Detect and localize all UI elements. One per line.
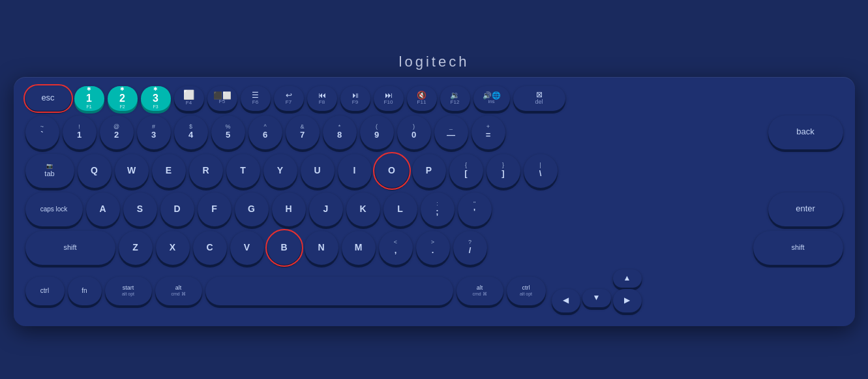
key-alt-left[interactable]: alt cmd ⌘ xyxy=(155,277,202,305)
logitech-logo: logitech xyxy=(399,53,470,70)
function-row: esc ✱ 1 F1 ✱ 2 F2 ✱ 3 F3 ⬜ F4 ⬛⬜ F5 xyxy=(25,86,843,111)
key-ins[interactable]: 🔊🌐 ins xyxy=(473,86,510,111)
zxcv-row: shift Z X C V B N M < , > . ? / shift xyxy=(25,231,843,265)
key-arrow-right[interactable]: ▶ xyxy=(613,289,642,312)
key-f5[interactable]: ⬛⬜ F5 xyxy=(207,86,237,111)
key-bt2[interactable]: ✱ 2 F2 xyxy=(108,86,138,111)
key-g[interactable]: G xyxy=(235,192,269,226)
key-bt1[interactable]: ✱ 1 F1 xyxy=(74,86,104,111)
key-b[interactable]: B xyxy=(267,231,301,265)
key-fn[interactable]: fn xyxy=(68,277,102,305)
key-minus[interactable]: _ — xyxy=(434,115,468,149)
key-comma[interactable]: < , xyxy=(379,231,413,265)
key-u[interactable]: U xyxy=(301,154,335,188)
key-8[interactable]: * 8 xyxy=(323,115,357,149)
key-f[interactable]: F xyxy=(198,192,232,226)
asdf-row: caps lock A S D F G H J K L : ; " ' ente… xyxy=(25,192,843,226)
key-f12[interactable]: 🔉 F12 xyxy=(440,86,470,111)
key-shift-left[interactable]: shift xyxy=(25,231,115,265)
key-0[interactable]: ) 0 xyxy=(397,115,431,149)
key-y[interactable]: Y xyxy=(263,154,297,188)
key-f4[interactable]: ⬜ F4 xyxy=(174,86,204,111)
key-7[interactable]: & 7 xyxy=(286,115,320,149)
number-row: ~ ` ! 1 @ 2 # 3 $ 4 % 5 ^ 6 & 7 xyxy=(25,115,843,149)
key-h[interactable]: H xyxy=(272,192,306,226)
key-5[interactable]: % 5 xyxy=(211,115,245,149)
keyboard: esc ✱ 1 F1 ✱ 2 F2 ✱ 3 F3 ⬜ F4 ⬛⬜ F5 xyxy=(14,77,855,326)
key-shift-right[interactable]: shift xyxy=(753,231,843,265)
key-bt3[interactable]: ✱ 3 F3 xyxy=(141,86,171,111)
key-ctrl-right[interactable]: ctrl alt opt xyxy=(507,277,546,305)
key-arrow-up[interactable]: ▲ xyxy=(613,269,642,288)
key-slash[interactable]: ? / xyxy=(453,231,487,265)
key-f7[interactable]: ↩ F7 xyxy=(274,86,304,111)
key-tilde[interactable]: ~ ` xyxy=(25,115,59,149)
key-t[interactable]: T xyxy=(226,154,260,188)
key-enter[interactable]: enter xyxy=(768,192,843,226)
key-space[interactable] xyxy=(205,277,453,305)
key-quote[interactable]: " ' xyxy=(458,192,492,226)
key-backslash[interactable]: | \ xyxy=(524,154,558,188)
key-3[interactable]: # 3 xyxy=(137,115,171,149)
key-s[interactable]: S xyxy=(123,192,157,226)
key-v[interactable]: V xyxy=(230,231,264,265)
key-n[interactable]: N xyxy=(305,231,338,265)
key-j[interactable]: J xyxy=(309,192,343,226)
key-o[interactable]: O xyxy=(375,154,409,188)
key-q[interactable]: Q xyxy=(78,154,112,188)
key-arrow-left[interactable]: ◀ xyxy=(552,289,580,312)
key-backspace[interactable]: back xyxy=(768,115,843,149)
key-4[interactable]: $ 4 xyxy=(174,115,208,149)
key-2[interactable]: @ 2 xyxy=(100,115,134,149)
key-e[interactable]: E xyxy=(152,154,186,188)
key-i[interactable]: I xyxy=(338,154,372,188)
key-z[interactable]: Z xyxy=(119,231,153,265)
key-d[interactable]: D xyxy=(160,192,194,226)
key-k[interactable]: K xyxy=(346,192,380,226)
key-m[interactable]: M xyxy=(342,231,376,265)
key-period[interactable]: > . xyxy=(416,231,450,265)
key-alt-right[interactable]: alt cmd ⌘ xyxy=(456,277,503,305)
key-arrow-down[interactable]: ▼ xyxy=(582,289,611,307)
bottom-row: ctrl fn start alt opt alt cmd ⌘ alt cmd … xyxy=(25,269,843,312)
key-f10[interactable]: ⏭ F10 xyxy=(374,86,404,111)
key-9[interactable]: ( 9 xyxy=(360,115,394,149)
key-p[interactable]: P xyxy=(412,154,446,188)
key-equals[interactable]: + = xyxy=(471,115,505,149)
key-w[interactable]: W xyxy=(115,154,149,188)
key-f8[interactable]: ⏮ F8 xyxy=(307,86,337,111)
key-esc[interactable]: esc xyxy=(25,86,71,111)
key-c[interactable]: C xyxy=(193,231,227,265)
key-bracket-r[interactable]: } ] xyxy=(486,154,520,188)
key-ctrl-left[interactable]: ctrl xyxy=(25,277,65,305)
key-start[interactable]: start alt opt xyxy=(105,277,152,305)
key-6[interactable]: ^ 6 xyxy=(248,115,282,149)
qwerty-row: 📷 tab Q W E R T Y U I O P { [ } ] | \ xyxy=(25,154,843,188)
key-bracket-l[interactable]: { [ xyxy=(449,154,483,188)
key-f9[interactable]: ⏯ F9 xyxy=(340,86,370,111)
key-f6[interactable]: ☰ F6 xyxy=(241,86,271,111)
key-del[interactable]: ⊠ del xyxy=(513,86,565,111)
key-l[interactable]: L xyxy=(383,192,417,226)
key-1[interactable]: ! 1 xyxy=(63,115,97,149)
key-semicolon[interactable]: : ; xyxy=(421,192,455,226)
key-a[interactable]: A xyxy=(86,192,120,226)
key-x[interactable]: X xyxy=(156,231,190,265)
key-r[interactable]: R xyxy=(189,154,223,188)
key-capslock[interactable]: caps lock xyxy=(25,192,83,226)
key-f11[interactable]: 🔇 F11 xyxy=(407,86,437,111)
key-tab[interactable]: 📷 tab xyxy=(25,154,74,188)
